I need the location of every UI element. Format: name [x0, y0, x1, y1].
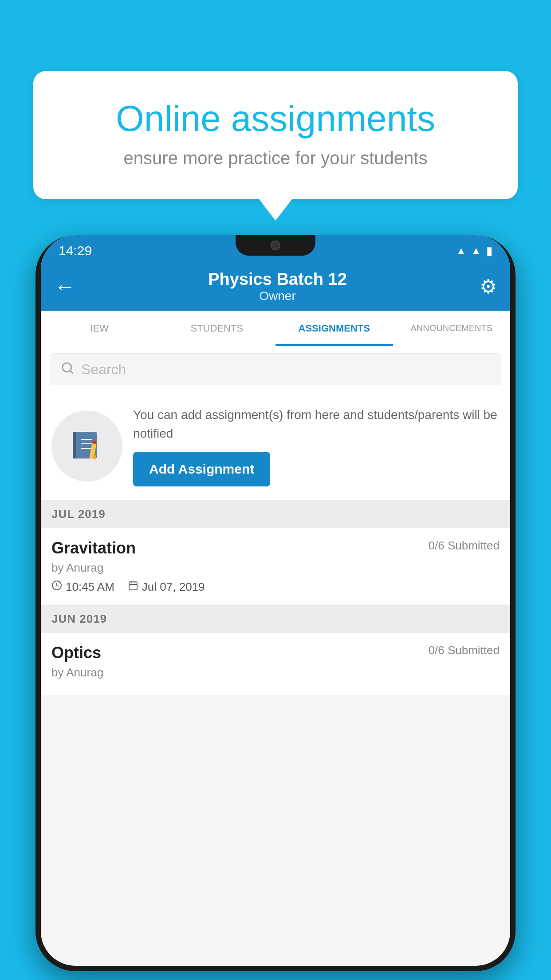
month-separator-jul: JUL 2019 [41, 500, 510, 528]
wifi-icon: ▲ [456, 245, 466, 257]
tab-students[interactable]: STUDENTS [158, 311, 276, 346]
assignment-title-gravitation: Gravitation [51, 539, 136, 557]
battery-icon: ▮ [486, 244, 492, 258]
tab-announcements[interactable]: ANNOUNCEMENTS [393, 311, 511, 346]
assignment-by-optics: by Anurag [51, 666, 500, 680]
assignment-submitted-gravitation: 0/6 Submitted [429, 539, 500, 553]
app-bar-title-container: Physics Batch 12 Owner [75, 270, 480, 303]
search-icon [61, 361, 74, 378]
svg-line-1 [70, 370, 72, 372]
phone-screen: 14:29 ▲ ▲ ▮ ← Physics Batch 12 Owner ⚙ I… [41, 235, 510, 966]
clock-icon [51, 580, 62, 594]
assignment-submitted-optics: 0/6 Submitted [429, 644, 500, 657]
assignment-meta-gravitation: 10:45 AM Jul 07, 2019 [51, 580, 500, 594]
front-camera [271, 241, 280, 250]
month-label-jul: JUL 2019 [51, 507, 106, 521]
speech-bubble-container: Online assignments ensure more practice … [33, 71, 518, 199]
app-bar: ← Physics Batch 12 Owner ⚙ [41, 262, 510, 311]
date-value-gravitation: Jul 07, 2019 [142, 580, 205, 594]
assignment-item-gravitation[interactable]: Gravitation 0/6 Submitted by Anurag 10:4… [41, 528, 510, 605]
assignment-title-optics: Optics [51, 644, 101, 662]
screen-body: Search [41, 346, 510, 696]
notebook-icon [69, 428, 105, 464]
assignment-time-gravitation: 10:45 AM [51, 580, 114, 594]
signal-icon: ▲ [471, 245, 481, 257]
assignment-header-optics: Optics 0/6 Submitted [51, 644, 500, 662]
assignment-date-gravitation: Jul 07, 2019 [128, 580, 205, 594]
promo-icon-circle [51, 411, 122, 482]
month-label-jun: JUN 2019 [51, 612, 107, 625]
svg-rect-3 [73, 432, 76, 458]
app-bar-title: Physics Batch 12 [75, 270, 480, 289]
bubble-subtitle: ensure more practice for your students [69, 148, 482, 168]
tab-assignments[interactable]: ASSIGNMENTS [276, 311, 393, 346]
tab-iew[interactable]: IEW [41, 311, 158, 346]
promo-section: You can add assignment(s) from here and … [41, 392, 510, 500]
assignment-header-gravitation: Gravitation 0/6 Submitted [51, 539, 500, 557]
app-bar-subtitle: Owner [75, 289, 480, 303]
svg-rect-11 [129, 582, 137, 590]
search-bar[interactable]: Search [50, 353, 501, 385]
assignment-by-gravitation: by Anurag [51, 561, 500, 575]
back-button[interactable]: ← [54, 274, 75, 299]
tab-bar: IEW STUDENTS ASSIGNMENTS ANNOUNCEMENTS [41, 311, 510, 346]
status-time: 14:29 [59, 243, 92, 258]
status-icons: ▲ ▲ ▮ [456, 244, 492, 258]
phone-notch [236, 235, 315, 256]
search-placeholder: Search [81, 361, 126, 378]
month-separator-jun: JUN 2019 [41, 605, 510, 633]
phone-frame: 14:29 ▲ ▲ ▮ ← Physics Batch 12 Owner ⚙ I… [35, 235, 516, 971]
promo-content: You can add assignment(s) from here and … [133, 406, 500, 486]
add-assignment-button[interactable]: Add Assignment [133, 452, 270, 486]
search-bar-container: Search [41, 346, 510, 392]
speech-bubble: Online assignments ensure more practice … [33, 71, 518, 199]
time-value-gravitation: 10:45 AM [66, 580, 114, 594]
settings-icon[interactable]: ⚙ [480, 275, 497, 298]
bubble-title: Online assignments [69, 98, 482, 139]
assignment-item-optics[interactable]: Optics 0/6 Submitted by Anurag [41, 633, 510, 696]
promo-text: You can add assignment(s) from here and … [133, 406, 500, 443]
calendar-icon [128, 580, 138, 594]
